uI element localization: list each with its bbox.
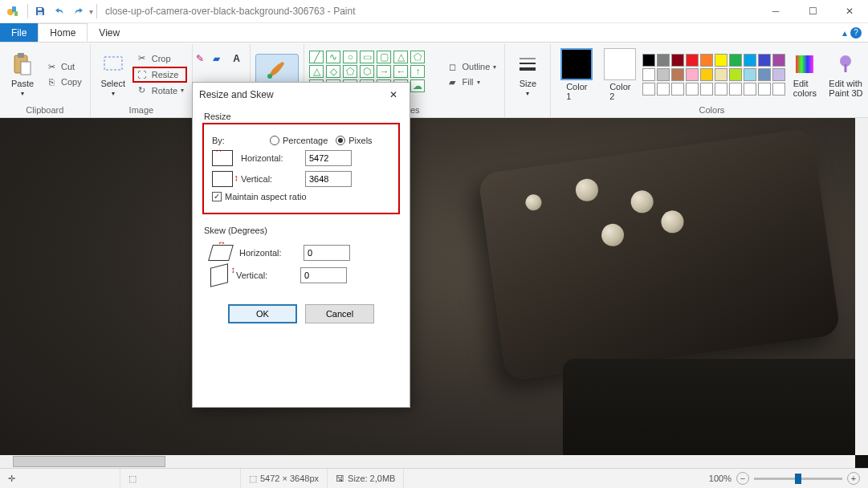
color-swatch[interactable] — [729, 68, 742, 81]
copy-button[interactable]: ⎘Copy — [42, 75, 85, 89]
cursor-icon: ✛ — [8, 474, 15, 484]
color-swatch[interactable] — [686, 83, 699, 96]
redo-icon[interactable] — [70, 2, 88, 20]
save-icon[interactable] — [31, 2, 49, 20]
color1-button[interactable]: Color 1 — [556, 47, 597, 103]
crop-icon: ✂ — [136, 52, 149, 65]
color-swatch[interactable] — [744, 54, 756, 67]
cut-button[interactable]: ✂Cut — [42, 59, 85, 74]
status-size: Size: 2,0MB — [348, 474, 395, 483]
color2-button[interactable]: Color 2 — [599, 47, 641, 103]
color-swatch[interactable] — [642, 83, 655, 96]
color-swatch[interactable] — [671, 83, 684, 96]
rotate-button[interactable]: ↻Rotate▾ — [132, 83, 187, 98]
maximize-button[interactable]: ☐ — [794, 0, 831, 23]
color-swatch[interactable] — [657, 68, 670, 81]
color-swatch[interactable] — [642, 68, 655, 81]
color-swatch[interactable] — [700, 83, 713, 96]
tab-file[interactable]: File — [0, 23, 38, 42]
ok-button[interactable]: OK — [228, 304, 297, 323]
close-button[interactable]: ✕ — [831, 0, 868, 23]
paint3d-button[interactable]: Edit with Paint 3D — [824, 50, 867, 100]
resize-horizontal-input[interactable] — [305, 150, 352, 166]
svg-rect-3 — [38, 8, 42, 10]
color-swatch[interactable] — [772, 68, 785, 81]
color-swatch[interactable] — [744, 83, 756, 96]
undo-icon[interactable] — [51, 2, 68, 20]
size-button[interactable]: Size▾ — [510, 50, 545, 99]
aspect-ratio-checkbox[interactable]: ✓Maintain aspect ratio — [212, 192, 307, 201]
tab-home[interactable]: Home — [38, 23, 88, 42]
canvas[interactable] — [0, 118, 868, 468]
rotate-icon: ↻ — [136, 84, 149, 97]
menu-bar: File Home View ▴ ? — [0, 23, 868, 43]
outline-button[interactable]: ◻Outline▾ — [442, 59, 499, 74]
dialog-titlebar: Resize and Skew ✕ — [193, 83, 410, 107]
color-swatch[interactable] — [715, 68, 727, 81]
zoom-out-button[interactable]: − — [736, 472, 749, 485]
color-swatch[interactable] — [671, 68, 684, 81]
color-swatch[interactable] — [715, 83, 727, 96]
svg-point-9 — [267, 74, 272, 79]
resize-button[interactable]: ⛶Resize — [132, 67, 187, 83]
select-button[interactable]: Select▾ — [96, 50, 131, 99]
svg-rect-6 — [18, 53, 24, 58]
bucket-icon[interactable]: ▰ — [213, 53, 227, 64]
skew-label: Skew (Degrees) — [204, 226, 400, 235]
color-swatch[interactable] — [772, 54, 785, 67]
app-icon — [5, 3, 21, 19]
resize-section: By: Percentage Pixels ↔ Horizontal: ↕ Ve… — [202, 123, 400, 214]
zoom-control: 100% − + — [701, 472, 868, 485]
vertical-scrollbar[interactable] — [855, 118, 868, 455]
color-palette[interactable] — [642, 54, 785, 96]
color-swatch[interactable] — [729, 54, 742, 67]
zoom-in-button[interactable]: + — [847, 472, 860, 485]
group-size: Size▾ — [505, 44, 551, 117]
skew-horizontal-input[interactable] — [304, 245, 350, 261]
skew-vertical-input[interactable] — [300, 267, 347, 283]
scissors-icon: ✂ — [45, 60, 58, 73]
svg-rect-4 — [38, 12, 43, 15]
color-swatch[interactable] — [758, 83, 771, 96]
color-swatch[interactable] — [729, 83, 742, 96]
crop-button[interactable]: ✂Crop — [132, 51, 187, 66]
fill-button[interactable]: ▰Fill▾ — [442, 75, 499, 89]
status-bar: ✛ ⬚ ⬚5472 × 3648px 🖫Size: 2,0MB 100% − + — [0, 468, 868, 488]
group-clipboard: Paste▾ ✂Cut ⎘Copy Clipboard — [0, 44, 91, 117]
dimensions-icon: ⬚ — [249, 474, 257, 484]
pencil-icon[interactable]: ✎ — [196, 53, 210, 64]
color-swatch[interactable] — [744, 68, 756, 81]
title-bar: ▾ close-up-of-camera-over-black-backgrou… — [0, 0, 868, 23]
resize-vertical-input[interactable] — [305, 171, 352, 187]
color-swatch[interactable] — [686, 54, 699, 67]
color-swatch[interactable] — [657, 54, 670, 67]
help-icon[interactable]: ▴ ? — [842, 23, 862, 42]
window-title: close-up-of-camera-over-black-background… — [105, 6, 355, 17]
zoom-slider[interactable] — [754, 478, 842, 480]
color-swatch[interactable] — [715, 54, 727, 67]
resize-skew-dialog: Resize and Skew ✕ Resize By: Percentage … — [192, 82, 410, 408]
zoom-value: 100% — [709, 474, 731, 483]
horizontal-scrollbar[interactable] — [0, 455, 855, 468]
color-swatch[interactable] — [758, 68, 771, 81]
color-swatch[interactable] — [686, 68, 699, 81]
tab-view[interactable]: View — [88, 23, 131, 42]
paste-button[interactable]: Paste▾ — [5, 50, 40, 99]
color-swatch[interactable] — [671, 54, 684, 67]
svg-rect-2 — [14, 11, 18, 16]
color-swatch[interactable] — [700, 68, 713, 81]
color-swatch[interactable] — [642, 54, 655, 67]
resize-icon: ⛶ — [136, 68, 149, 81]
pixels-radio[interactable]: Pixels — [336, 136, 372, 145]
quick-access-toolbar: ▾ — [31, 2, 93, 20]
text-icon[interactable]: A — [230, 53, 244, 64]
color-swatch[interactable] — [772, 83, 785, 96]
cancel-button[interactable]: Cancel — [305, 304, 374, 323]
color-swatch[interactable] — [758, 54, 771, 67]
percentage-radio[interactable]: Percentage — [270, 136, 328, 145]
color-swatch[interactable] — [700, 54, 713, 67]
minimize-button[interactable]: ─ — [757, 0, 794, 23]
dialog-close-icon[interactable]: ✕ — [384, 85, 403, 104]
edit-colors-button[interactable]: Edit colors — [787, 50, 822, 100]
color-swatch[interactable] — [657, 83, 670, 96]
